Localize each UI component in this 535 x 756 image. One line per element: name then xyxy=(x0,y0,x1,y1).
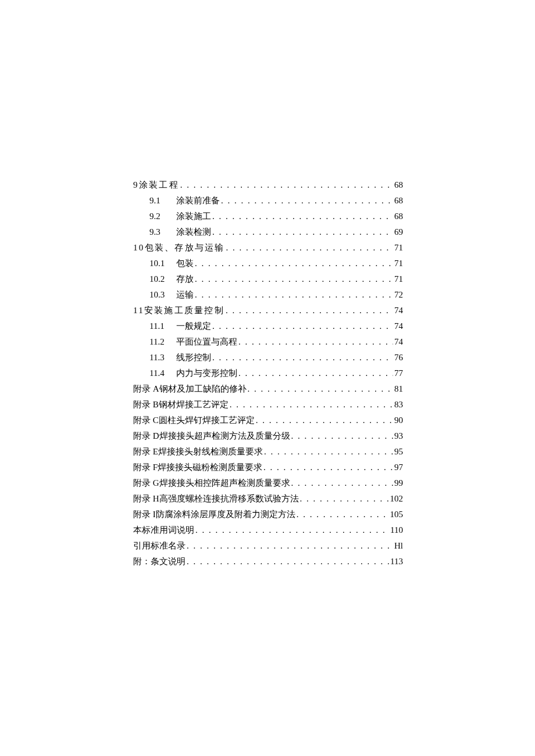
toc-leader-dots xyxy=(187,538,393,554)
toc-title: 焊接接头磁粉检测质量要求 xyxy=(158,460,262,475)
toc-leader-dots xyxy=(263,460,393,475)
toc-number: 附录 E xyxy=(133,444,158,460)
toc-number: 11.2 xyxy=(149,334,176,350)
toc-page-number: 110 xyxy=(390,522,403,538)
toc-page-number: 83 xyxy=(394,397,403,413)
toc-leader-dots xyxy=(264,444,393,460)
toc-title: 钢材焊接工艺评定 xyxy=(159,397,229,413)
toc-leader-dots xyxy=(297,507,389,522)
toc-entry: 10 包装、存放与运输 71 xyxy=(133,240,403,256)
toc-leader-dots xyxy=(212,209,393,224)
toc-leader-dots xyxy=(221,193,393,209)
toc-number: 11 xyxy=(133,303,144,318)
toc-title: 涂装前准备 xyxy=(176,193,220,209)
toc-page-number: 113 xyxy=(390,554,403,569)
toc-title: 焊接接头射线检测质量要求 xyxy=(158,444,263,460)
toc-title: 平面位置与高程 xyxy=(176,334,237,350)
toc-entry: 9.3涂装检测 69 xyxy=(133,224,403,240)
toc-page-number: 102 xyxy=(390,491,404,507)
toc-title: 存放 xyxy=(176,271,194,287)
toc-number: 附录 H xyxy=(133,491,159,507)
toc-entry: 附录 G 焊接接头相控阵超声检测质量要求 99 xyxy=(133,475,403,491)
toc-title: 高强度螺栓连接抗滑移系数试验方法 xyxy=(159,491,299,507)
toc-leader-dots xyxy=(256,413,393,428)
toc-leader-dots xyxy=(212,350,393,366)
toc-page-number: 97 xyxy=(394,460,403,475)
toc-number: 9.3 xyxy=(149,224,176,240)
toc-page-number: 76 xyxy=(394,350,403,366)
toc-entry: 附录 H 高强度螺栓连接抗滑移系数试验方法 102 xyxy=(133,491,403,507)
toc-number: 11.3 xyxy=(149,350,176,366)
toc-leader-dots xyxy=(187,554,389,569)
toc-page-number: 71 xyxy=(394,256,403,271)
toc-page-number: 68 xyxy=(394,209,403,224)
toc-page-number: 71 xyxy=(394,271,403,287)
toc-page-number: 95 xyxy=(394,444,403,460)
toc-page-number: 68 xyxy=(394,177,403,193)
toc-leader-dots xyxy=(230,397,393,413)
toc-leader-dots xyxy=(180,177,393,193)
toc-page-number: 74 xyxy=(394,334,403,350)
toc-title: 运输 xyxy=(176,287,194,303)
toc-number: 附录 C xyxy=(133,413,159,428)
toc-page-number: 74 xyxy=(394,318,403,334)
toc-number: 11.1 xyxy=(149,318,176,334)
toc-page-number: 93 xyxy=(394,428,403,444)
toc-title: 包装 xyxy=(176,256,194,271)
toc-entry: 11.4内力与变形控制 77 xyxy=(133,366,403,381)
toc-entry: 10.2存放 71 xyxy=(133,271,403,287)
toc-entry: 11 安装施工质量控制 74 xyxy=(133,303,403,318)
toc-title: 引用标准名录 xyxy=(133,538,186,554)
toc-title: 内力与变形控制 xyxy=(176,366,237,381)
toc-entry: 10.1包装 71 xyxy=(133,256,403,271)
toc-entry: 9.1涂装前准备 68 xyxy=(133,193,403,209)
toc-title: 焊接接头超声检测方法及质量分级 xyxy=(159,428,290,444)
toc-number: 附录 G xyxy=(133,475,159,491)
toc-entry: 附录 I 防腐涂料涂层厚度及附着力测定方法 105 xyxy=(133,507,403,522)
toc-title: 涂装检测 xyxy=(176,224,211,240)
toc-number: 10.2 xyxy=(149,271,176,287)
toc-title: 涂装施工 xyxy=(176,209,211,224)
toc-leader-dots xyxy=(291,428,393,444)
toc-page-number: 90 xyxy=(394,413,403,428)
toc-leader-dots xyxy=(212,318,393,334)
toc-entry: 9 涂装工程 68 xyxy=(133,177,403,193)
toc-number: 附录 D xyxy=(133,428,159,444)
toc-number: 附录 F xyxy=(133,460,158,475)
toc-entry: 附：条文说明 113 xyxy=(133,554,403,569)
toc-page-number: 68 xyxy=(394,193,403,209)
toc-page-number: 69 xyxy=(394,224,403,240)
toc-entry: 附录 E 焊接接头射线检测质量要求 95 xyxy=(133,444,403,460)
toc-title: 包装、存放与运输 xyxy=(145,240,225,256)
toc-leader-dots xyxy=(195,287,393,303)
toc-title: 安装施工质量控制 xyxy=(144,303,224,318)
toc-page-number: 72 xyxy=(394,287,403,303)
toc-number: 附录 B xyxy=(133,397,159,413)
toc-number: 11.4 xyxy=(149,366,176,381)
toc-leader-dots xyxy=(248,381,393,397)
toc-entry: 引用标准名录 Hl xyxy=(133,538,403,554)
toc-entry: 本标准用词说明 110 xyxy=(133,522,403,538)
table-of-contents: 9 涂装工程 689.1涂装前准备 689.2涂装施工 689.3涂装检测 69… xyxy=(133,177,403,569)
toc-entry: 附录 F 焊接接头磁粉检测质量要求 97 xyxy=(133,460,403,475)
toc-page-number: 71 xyxy=(394,240,403,256)
toc-leader-dots xyxy=(195,522,389,538)
toc-title: 焊接接头相控阵超声检测质量要求 xyxy=(159,475,290,491)
toc-number: 9.1 xyxy=(149,193,176,209)
toc-leader-dots xyxy=(195,271,393,287)
toc-title: 线形控制 xyxy=(176,350,211,366)
toc-page-number: 105 xyxy=(390,507,404,522)
toc-entry: 附录 D 焊接接头超声检测方法及质量分级 93 xyxy=(133,428,403,444)
toc-page-number: 77 xyxy=(394,366,403,381)
toc-number: 9 xyxy=(133,177,139,193)
toc-title: 防腐涂料涂层厚度及附着力测定方法 xyxy=(156,507,295,522)
toc-leader-dots xyxy=(226,240,394,256)
toc-entry: 11.1一般规定 74 xyxy=(133,318,403,334)
toc-title: 一般规定 xyxy=(176,318,211,334)
toc-page-number: 99 xyxy=(394,475,403,491)
toc-number: 10.1 xyxy=(149,256,176,271)
toc-leader-dots xyxy=(238,366,393,381)
toc-title: 圆柱头焊钉焊接工艺评定 xyxy=(159,413,255,428)
toc-leader-dots xyxy=(300,491,389,507)
toc-title: 涂装工程 xyxy=(139,177,179,193)
